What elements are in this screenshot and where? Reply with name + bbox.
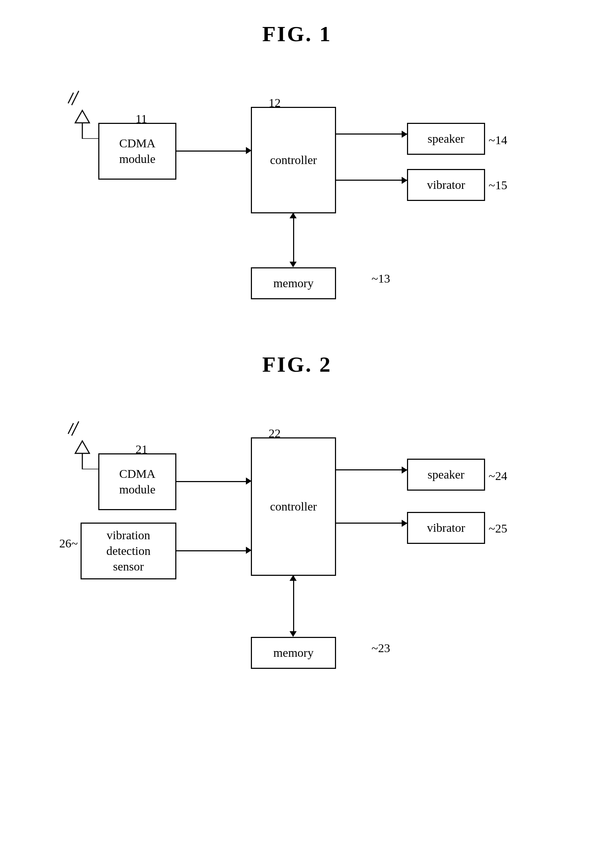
fig1-arrow-up bbox=[290, 213, 297, 218]
svg-marker-7 bbox=[75, 441, 90, 453]
fig1-ref13: ~13 bbox=[371, 272, 390, 285]
fig1-line-ctrl-speaker bbox=[336, 133, 407, 134]
fig2-diagram: 21 CDMA module 26~ vibration detection s… bbox=[49, 398, 545, 704]
fig2-line-ctrl-vibrator bbox=[336, 523, 407, 524]
fig1-title: FIG. 1 bbox=[262, 21, 332, 47]
fig1-controller-box: controller bbox=[251, 107, 336, 213]
fig2-vibsensor-box: vibration detection sensor bbox=[81, 523, 176, 579]
fig1-line-cdma-ctrl bbox=[176, 151, 247, 152]
fig2-antenna bbox=[66, 420, 98, 469]
fig2-speaker-box: speaker bbox=[407, 459, 485, 491]
figure-2-section: FIG. 2 21 CDMA module 26~ bbox=[28, 352, 566, 704]
fig2-ref23: ~23 bbox=[371, 642, 390, 655]
fig2-controller-box: controller bbox=[251, 437, 336, 576]
fig1-speaker-box: speaker bbox=[407, 123, 485, 155]
fig2-ref24: ~24 bbox=[489, 469, 507, 483]
fig2-arrow-down bbox=[290, 631, 297, 637]
page: FIG. 1 11 CDMA module bbox=[0, 0, 594, 868]
fig1-ref15: ~15 bbox=[489, 179, 507, 192]
fig2-line-ctrl-speaker bbox=[336, 469, 407, 470]
fig2-line-cdma-ctrl bbox=[176, 481, 247, 482]
fig2-title: FIG. 2 bbox=[262, 352, 332, 377]
fig1-line-ctrl-mem-down bbox=[293, 213, 294, 263]
fig2-ref25: ~25 bbox=[489, 522, 507, 535]
svg-marker-2 bbox=[75, 111, 90, 123]
fig1-line-ctrl-vibrator bbox=[336, 180, 407, 181]
fig2-line-vibsensor-ctrl bbox=[176, 550, 247, 551]
fig2-cdma-box: CDMA module bbox=[98, 453, 176, 510]
fig1-antenna bbox=[66, 89, 98, 139]
svg-line-5 bbox=[68, 423, 74, 434]
fig2-memory-box: memory bbox=[251, 637, 336, 669]
fig2-arrow-up bbox=[290, 575, 297, 581]
figure-1-section: FIG. 1 11 CDMA module bbox=[28, 21, 566, 323]
fig1-diagram: 11 CDMA module 12 controller speaker bbox=[49, 68, 545, 323]
fig1-vibrator-box: vibrator bbox=[407, 169, 485, 201]
fig2-ref26: 26~ bbox=[59, 537, 78, 550]
fig1-arrow-down bbox=[290, 262, 297, 267]
svg-line-0 bbox=[68, 93, 74, 103]
fig2-line-ctrl-mem-down bbox=[293, 576, 294, 633]
fig2-vibrator-box: vibrator bbox=[407, 512, 485, 544]
fig1-cdma-box: CDMA module bbox=[98, 123, 176, 180]
fig1-ref14: ~14 bbox=[489, 133, 507, 147]
fig1-memory-box: memory bbox=[251, 267, 336, 299]
